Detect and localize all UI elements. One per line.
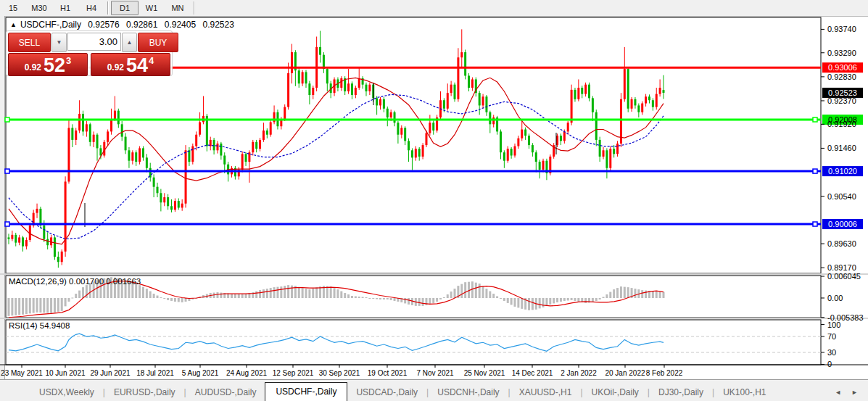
- candle-body: [648, 96, 650, 100]
- macd-histogram-bar: [181, 298, 183, 302]
- chart-tab-uk100-h1[interactable]: UK100-,H1: [714, 384, 774, 401]
- support-line-blue-2-handle[interactable]: [813, 222, 817, 226]
- candle-body: [298, 70, 300, 83]
- support-line-blue-2-handle[interactable]: [5, 222, 9, 226]
- macd-histogram-bar: [54, 298, 56, 313]
- candle-body: [163, 197, 165, 202]
- symbol-label: USDCHF-,Daily: [20, 20, 81, 30]
- macd-axis-label: 0.00: [827, 294, 843, 302]
- macd-histogram-bar: [616, 288, 619, 298]
- macd-histogram-bar: [57, 298, 59, 312]
- timeframe-button-h4[interactable]: H4: [78, 0, 104, 16]
- support-line-green-handle[interactable]: [5, 117, 9, 122]
- timeframe-button-d1[interactable]: D1: [111, 1, 139, 15]
- timeframe-button-w1[interactable]: W1: [139, 0, 165, 16]
- timeframe-button-m30[interactable]: M30: [26, 0, 52, 16]
- timeframe-button-mn[interactable]: MN: [165, 0, 191, 16]
- volume-decrease-button[interactable]: ▼: [51, 33, 67, 52]
- macd-histogram-bar: [492, 294, 495, 298]
- date-axis-label: 25 Nov 2021: [464, 369, 505, 377]
- macd-histogram-bar: [489, 292, 491, 298]
- candle-body: [259, 140, 261, 149]
- tab-scroll-right-button[interactable]: ►: [851, 389, 858, 396]
- candle-body: [450, 85, 452, 94]
- chart-tab-usdx-weekly[interactable]: USDX,Weekly: [30, 384, 103, 401]
- chart-tab-audusd-daily[interactable]: AUDUSD-,Daily: [186, 384, 265, 401]
- chart-tab-bar: USDX,Weekly|EURUSD-,Daily|AUDUSD-,DailyU…: [0, 379, 868, 401]
- candle-body: [425, 133, 427, 146]
- candle-body: [376, 98, 378, 105]
- candle-body: [174, 201, 176, 210]
- macd-histogram-bar: [298, 287, 300, 298]
- candle-body: [284, 107, 286, 120]
- candle-body: [340, 78, 342, 88]
- macd-histogram-bar: [404, 298, 406, 303]
- volume-increase-button[interactable]: ▲: [122, 33, 137, 52]
- macd-histogram-bar: [387, 298, 389, 299]
- candle-body: [500, 131, 502, 152]
- support-line-blue-1-handle[interactable]: [813, 169, 817, 173]
- macd-histogram-bar: [567, 298, 569, 300]
- rsi-panel[interactable]: [6, 320, 821, 365]
- chart-tab-usdcnh-daily[interactable]: USDCNH-,Daily: [429, 384, 508, 401]
- chart-tab-usdchf-daily[interactable]: USDCHF-,Daily: [265, 382, 347, 401]
- ohlc-low: 0.92405: [165, 20, 196, 30]
- macd-histogram-bar: [454, 289, 456, 298]
- candle-body: [107, 131, 109, 141]
- macd-histogram-bar: [408, 298, 410, 305]
- buy-price-display[interactable]: 0.92544: [91, 53, 170, 76]
- sell-price-display[interactable]: 0.92523: [8, 53, 88, 76]
- macd-histogram-bar: [178, 298, 180, 302]
- candle-body: [539, 162, 541, 170]
- buy-price-main: 54: [126, 56, 148, 75]
- chart-tab-ukoil-daily[interactable]: UKOil-,Daily: [583, 384, 648, 401]
- price-axis-label: 0.92830: [827, 73, 856, 81]
- candle-body: [36, 209, 38, 213]
- macd-histogram-bar: [652, 292, 654, 298]
- collapse-triangle-icon[interactable]: ▲: [10, 21, 17, 28]
- volume-input[interactable]: 3.00: [67, 33, 121, 51]
- support-line-green-handle[interactable]: [813, 117, 817, 122]
- macd-histogram-bar: [18, 298, 20, 315]
- candle-body: [287, 73, 289, 107]
- candle-body: [308, 83, 310, 95]
- date-axis-label: 30 Sep 2021: [319, 369, 360, 377]
- candle-body: [199, 122, 201, 134]
- candle-body: [170, 206, 173, 210]
- candle-body: [528, 136, 530, 145]
- support-line-blue-1-handle[interactable]: [5, 169, 9, 173]
- macd-histogram-bar: [266, 289, 268, 298]
- buy-price-prefix: 0.92: [107, 62, 124, 73]
- tab-scroll-left-button[interactable]: ◄: [835, 389, 841, 396]
- chart-tab-eurusd-daily[interactable]: EURUSD-,Daily: [105, 384, 184, 401]
- candle-body: [560, 136, 562, 141]
- timeframe-button-h1[interactable]: H1: [52, 0, 78, 16]
- price-axis-label: 0.91460: [827, 144, 856, 152]
- macd-histogram-bar: [528, 298, 530, 310]
- chart-tab-xauusd-h1[interactable]: XAUUSD-,H1: [511, 384, 581, 401]
- macd-histogram-bar: [153, 294, 155, 298]
- rsi-label: RSI(14) 54.9408: [9, 321, 70, 330]
- macd-histogram-bar: [273, 287, 276, 298]
- chart-tab-usdcad-daily[interactable]: USDCAD-,Daily: [347, 384, 426, 401]
- chart-tab-dj30-daily[interactable]: DJ30-,Daily: [650, 384, 712, 401]
- timeframe-button-15[interactable]: 15: [0, 0, 26, 16]
- panel-splitter-2[interactable]: [0, 318, 868, 319]
- candle-body: [400, 128, 402, 134]
- candle-body: [513, 146, 516, 156]
- candle-body: [524, 130, 526, 136]
- macd-histogram-bar: [584, 298, 587, 303]
- macd-histogram-bar: [185, 298, 187, 302]
- price-axis-label: 0.91920: [827, 120, 856, 128]
- macd-histogram-bar: [170, 298, 173, 301]
- macd-histogram-bar: [595, 298, 598, 301]
- sell-button[interactable]: SELL: [8, 33, 51, 52]
- support-line-blue-2-price-badge-label: 0.90006: [828, 220, 857, 228]
- buy-button[interactable]: BUY: [138, 33, 178, 52]
- candle-body: [117, 111, 120, 125]
- panel-splitter-1[interactable]: [0, 273, 868, 275]
- candle-body: [153, 178, 155, 187]
- candle-body: [191, 146, 194, 162]
- macd-histogram-bar: [280, 286, 282, 298]
- macd-histogram-bar: [355, 297, 357, 298]
